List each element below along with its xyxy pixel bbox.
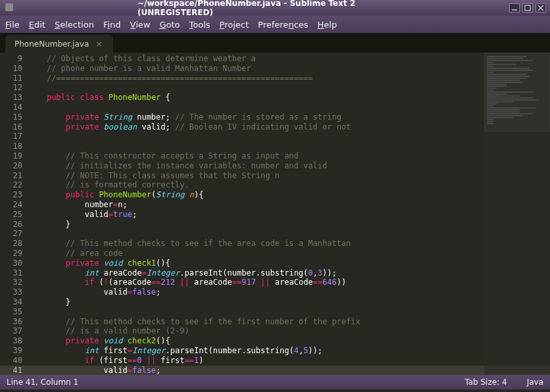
code-token: n; bbox=[118, 200, 127, 209]
code-token: { bbox=[161, 93, 170, 102]
code-token: check1 bbox=[128, 258, 156, 268]
gutter-line: 32 bbox=[0, 278, 28, 287]
gutter-line: 30 bbox=[0, 258, 28, 268]
code-token: private bbox=[66, 258, 99, 268]
gutter-line: 22 bbox=[0, 180, 28, 190]
menu-bar: File Edit Selection Find View Goto Tools… bbox=[0, 16, 550, 33]
code-token: Integer bbox=[132, 346, 166, 355]
gutter-line: 17 bbox=[0, 132, 28, 141]
tab-bar: PhoneNumber.java × bbox=[0, 33, 550, 53]
window-controls bbox=[509, 3, 546, 12]
code-token: 212 bbox=[161, 278, 175, 287]
gutter-line: 24 bbox=[0, 200, 28, 210]
menu-tools[interactable]: Tools bbox=[189, 20, 211, 30]
menu-selection[interactable]: Selection bbox=[55, 20, 94, 30]
maximize-button[interactable] bbox=[522, 3, 533, 12]
code-token: valid bbox=[85, 210, 109, 219]
code-token: private bbox=[66, 336, 99, 345]
minimap[interactable] bbox=[484, 53, 550, 375]
gutter-line: 26 bbox=[0, 220, 28, 230]
gutter-line: 25 bbox=[0, 210, 28, 220]
menu-file[interactable]: File bbox=[5, 20, 20, 30]
code-token: // is formatted correctly. bbox=[66, 180, 189, 189]
gutter-line: 10 bbox=[0, 64, 28, 74]
code-token: // This method checks to see if the firs… bbox=[66, 317, 361, 326]
code-token: areaCode bbox=[194, 278, 232, 287]
code-line: // phone number is a valid Manhattan Num… bbox=[47, 64, 251, 73]
code-token: private bbox=[66, 122, 99, 132]
code-content[interactable]: // Objects of this class determine weath… bbox=[28, 53, 550, 375]
status-position[interactable]: Line 41, Column 1 bbox=[7, 378, 78, 387]
gutter-line: 18 bbox=[0, 141, 28, 151]
code-token: class bbox=[80, 93, 104, 102]
code-token: public bbox=[47, 93, 75, 102]
code-token: false bbox=[132, 366, 156, 375]
code-token: String bbox=[104, 112, 132, 122]
minimap-viewport[interactable] bbox=[484, 53, 550, 132]
code-token: areaCode bbox=[275, 278, 313, 287]
gutter-line: 12 bbox=[0, 83, 28, 93]
editor-area: 9101112131415161718192021222324252627282… bbox=[0, 53, 550, 375]
code-token: private bbox=[66, 112, 99, 122]
gutter-line: 16 bbox=[0, 122, 28, 132]
code-token: valid bbox=[104, 287, 128, 297]
menu-help[interactable]: Help bbox=[318, 20, 338, 30]
status-tab-size[interactable]: Tab Size: 4 bbox=[464, 378, 507, 387]
code-token: // NOTE: This class assumes that the Str… bbox=[66, 171, 280, 180]
menu-project[interactable]: Project bbox=[220, 20, 249, 30]
code-token: first bbox=[99, 346, 127, 355]
svg-rect-0 bbox=[5, 3, 13, 11]
gutter-line: 37 bbox=[0, 326, 28, 336]
gutter-line: 40 bbox=[0, 356, 28, 366]
code-token: String bbox=[156, 190, 184, 199]
gutter-line: 31 bbox=[0, 268, 28, 278]
status-language[interactable]: Java bbox=[527, 378, 543, 387]
gutter-line: 20 bbox=[0, 161, 28, 171]
svg-rect-2 bbox=[525, 5, 530, 11]
gutter-line: 27 bbox=[0, 229, 28, 239]
code-token: // The number is stored as a string bbox=[170, 112, 341, 122]
code-token: parseInt bbox=[170, 346, 209, 355]
gutter-line: 23 bbox=[0, 190, 28, 200]
gutter-line: 9 bbox=[0, 54, 28, 64]
menu-edit[interactable]: Edit bbox=[29, 20, 45, 30]
menu-preferences[interactable]: Preferences bbox=[258, 20, 308, 30]
menu-view[interactable]: View bbox=[130, 20, 151, 30]
gutter-line: 11 bbox=[0, 74, 28, 84]
gutter-line: 19 bbox=[0, 151, 28, 161]
code-token: if bbox=[85, 356, 94, 365]
code-token: int bbox=[85, 346, 99, 355]
code-token: Integer bbox=[147, 268, 180, 278]
code-token: true bbox=[113, 210, 132, 219]
menu-goto[interactable]: Goto bbox=[159, 20, 180, 30]
gutter-line: 21 bbox=[0, 171, 28, 181]
gutter-line: 15 bbox=[0, 112, 28, 122]
menu-find[interactable]: Find bbox=[103, 20, 121, 30]
close-button[interactable] bbox=[536, 3, 546, 12]
code-token: // Boolean IV indicating valid or not bbox=[170, 122, 351, 132]
status-bar: Line 41, Column 1 Tab Size: 4 Java bbox=[0, 375, 550, 389]
code-token: // is a valid number (2-9) bbox=[66, 326, 189, 335]
window-title: ~/workspace/PhoneNumber.java - Sublime T… bbox=[138, 0, 413, 17]
gutter-line: 36 bbox=[0, 317, 28, 327]
code-token: number bbox=[85, 200, 113, 209]
gutter-line: 34 bbox=[0, 297, 28, 307]
gutter-line: 14 bbox=[0, 103, 28, 112]
gutter-line: 29 bbox=[0, 249, 28, 258]
code-token: 917 bbox=[241, 278, 256, 287]
gutter-line: 39 bbox=[0, 346, 28, 356]
minimize-button[interactable] bbox=[509, 3, 520, 12]
code-token: void bbox=[104, 258, 123, 268]
tab-file[interactable]: PhoneNumber.java × bbox=[5, 35, 113, 53]
code-token: 4 bbox=[294, 346, 299, 355]
code-token: PhoneNumber bbox=[109, 93, 161, 102]
tab-close-icon[interactable]: × bbox=[95, 39, 103, 49]
code-token: // This method checks to see if the area… bbox=[66, 239, 351, 248]
tab-label: PhoneNumber.java bbox=[14, 39, 89, 49]
gutter-line: 13 bbox=[0, 93, 28, 103]
code-token: areaCode bbox=[113, 278, 151, 287]
gutter-line: 35 bbox=[0, 307, 28, 317]
code-token: number; bbox=[132, 112, 170, 122]
code-token: PhoneNumber bbox=[99, 190, 151, 199]
code-line: //======================================… bbox=[47, 74, 313, 83]
